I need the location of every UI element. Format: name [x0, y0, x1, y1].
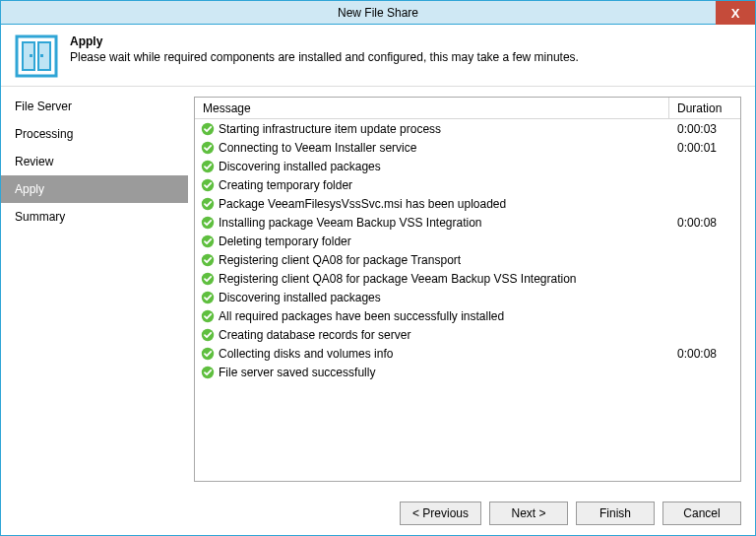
log-row[interactable]: Registering client QA08 for package Veea…	[195, 269, 740, 288]
log-message-text: File server saved successfully	[219, 366, 375, 379]
log-row[interactable]: File server saved successfully	[195, 363, 740, 381]
wizard-body: File ServerProcessingReviewApplySummary …	[1, 86, 755, 492]
log-message-text: Collecting disks and volumes info	[219, 347, 393, 361]
log-message-cell: Collecting disks and volumes info	[195, 347, 669, 361]
log-message-cell: File server saved successfully	[195, 366, 669, 379]
success-check-icon	[201, 309, 215, 323]
window-title: New File Share	[338, 6, 418, 20]
header-title: Apply	[70, 34, 579, 48]
log-message-cell: Creating database records for server	[195, 328, 669, 342]
success-check-icon	[201, 366, 215, 379]
log-duration-cell: 0:00:08	[669, 347, 740, 361]
log-message-text: Connecting to Veeam Installer service	[219, 141, 416, 155]
log-message-text: Creating temporary folder	[219, 178, 352, 192]
log-row[interactable]: Connecting to Veeam Installer service0:0…	[195, 138, 740, 157]
sidebar-item-label: Processing	[15, 127, 73, 141]
sidebar-item-label: Review	[15, 155, 53, 168]
log-message-text: Discovering installed packages	[219, 160, 381, 173]
success-check-icon	[201, 216, 215, 230]
log-message-text: Installing package Veeam Backup VSS Inte…	[219, 216, 482, 230]
log-message-cell: Discovering installed packages	[195, 291, 669, 304]
log-duration-cell: 0:00:08	[669, 216, 740, 230]
log-message-cell: Registering client QA08 for package Veea…	[195, 272, 669, 286]
sidebar-item-summary[interactable]: Summary	[1, 203, 188, 231]
finish-button[interactable]: Finish	[576, 502, 655, 525]
log-message-cell: Connecting to Veeam Installer service	[195, 141, 669, 155]
log-message-text: Discovering installed packages	[219, 291, 381, 304]
log-row[interactable]: Collecting disks and volumes info0:00:08	[195, 344, 740, 363]
log-duration-cell: 0:00:01	[669, 141, 740, 155]
success-check-icon	[201, 197, 215, 211]
log-row[interactable]: Installing package Veeam Backup VSS Inte…	[195, 213, 740, 232]
log-message-text: Creating database records for server	[219, 328, 410, 342]
log-row[interactable]: Registering client QA08 for package Tran…	[195, 250, 740, 269]
sidebar-item-processing[interactable]: Processing	[1, 120, 188, 148]
wizard-window: New File Share X Apply Please wait while…	[0, 0, 756, 536]
previous-button[interactable]: < Previous	[400, 502, 481, 525]
log-message-cell: Creating temporary folder	[195, 178, 669, 192]
log-message-cell: Starting infrastructure item update proc…	[195, 122, 669, 136]
close-button[interactable]: X	[716, 1, 755, 25]
svg-rect-2	[38, 42, 50, 70]
success-check-icon	[201, 178, 215, 192]
log-message-cell: All required packages have been successf…	[195, 309, 669, 323]
success-check-icon	[201, 291, 215, 304]
wizard-steps-sidebar: File ServerProcessingReviewApplySummary	[1, 87, 188, 492]
log-message-cell: Registering client QA08 for package Tran…	[195, 253, 669, 267]
success-check-icon	[201, 253, 215, 267]
main-panel: Message Duration Starting infrastructure…	[188, 87, 755, 492]
log-row[interactable]: Discovering installed packages	[195, 288, 740, 306]
svg-rect-4	[40, 54, 43, 57]
sidebar-item-label: Summary	[15, 210, 65, 224]
log-message-text: Registering client QA08 for package Tran…	[219, 253, 461, 267]
sidebar-item-file-server[interactable]: File Server	[1, 93, 188, 120]
log-row[interactable]: Creating temporary folder	[195, 175, 740, 194]
success-check-icon	[201, 328, 215, 342]
log-message-cell: Installing package Veeam Backup VSS Inte…	[195, 216, 669, 230]
column-header-message[interactable]: Message	[195, 98, 669, 118]
success-check-icon	[201, 122, 215, 136]
log-row[interactable]: Package VeeamFilesysVssSvc.msi has been …	[195, 194, 740, 213]
progress-log[interactable]: Message Duration Starting infrastructure…	[194, 97, 741, 482]
log-message-text: Starting infrastructure item update proc…	[219, 122, 441, 136]
log-message-text: Package VeeamFilesysVssSvc.msi has been …	[219, 197, 506, 211]
log-duration-cell: 0:00:03	[669, 122, 740, 136]
sidebar-item-review[interactable]: Review	[1, 148, 188, 175]
svg-rect-3	[30, 54, 32, 57]
titlebar: New File Share X	[1, 1, 755, 25]
log-message-cell: Package VeeamFilesysVssSvc.msi has been …	[195, 197, 669, 211]
log-row[interactable]: Deleting temporary folder	[195, 232, 740, 250]
log-message-text: Registering client QA08 for package Veea…	[219, 272, 577, 286]
next-button[interactable]: Next >	[489, 502, 568, 525]
log-message-text: Deleting temporary folder	[219, 234, 351, 248]
log-row[interactable]: Creating database records for server	[195, 325, 740, 344]
sidebar-item-label: Apply	[15, 182, 44, 196]
log-row[interactable]: All required packages have been successf…	[195, 306, 740, 325]
log-message-text: All required packages have been successf…	[219, 309, 504, 323]
file-share-icon	[15, 34, 58, 78]
log-rows: Starting infrastructure item update proc…	[195, 119, 740, 381]
cancel-button[interactable]: Cancel	[662, 502, 741, 525]
log-message-cell: Discovering installed packages	[195, 160, 669, 173]
log-row[interactable]: Starting infrastructure item update proc…	[195, 119, 740, 138]
svg-rect-1	[23, 42, 34, 70]
success-check-icon	[201, 347, 215, 361]
sidebar-item-label: File Server	[15, 100, 72, 113]
log-row[interactable]: Discovering installed packages	[195, 157, 740, 175]
success-check-icon	[201, 160, 215, 173]
log-header: Message Duration	[195, 98, 740, 119]
success-check-icon	[201, 272, 215, 286]
header-subtitle: Please wait while required components ar…	[70, 50, 579, 64]
close-icon: X	[731, 6, 740, 21]
log-message-cell: Deleting temporary folder	[195, 234, 669, 248]
wizard-header: Apply Please wait while required compone…	[1, 25, 755, 86]
wizard-footer: < Previous Next > Finish Cancel	[1, 492, 755, 535]
sidebar-item-apply[interactable]: Apply	[1, 175, 188, 203]
column-header-duration[interactable]: Duration	[669, 98, 740, 118]
header-text: Apply Please wait while required compone…	[70, 34, 579, 64]
success-check-icon	[201, 141, 215, 155]
success-check-icon	[201, 234, 215, 248]
